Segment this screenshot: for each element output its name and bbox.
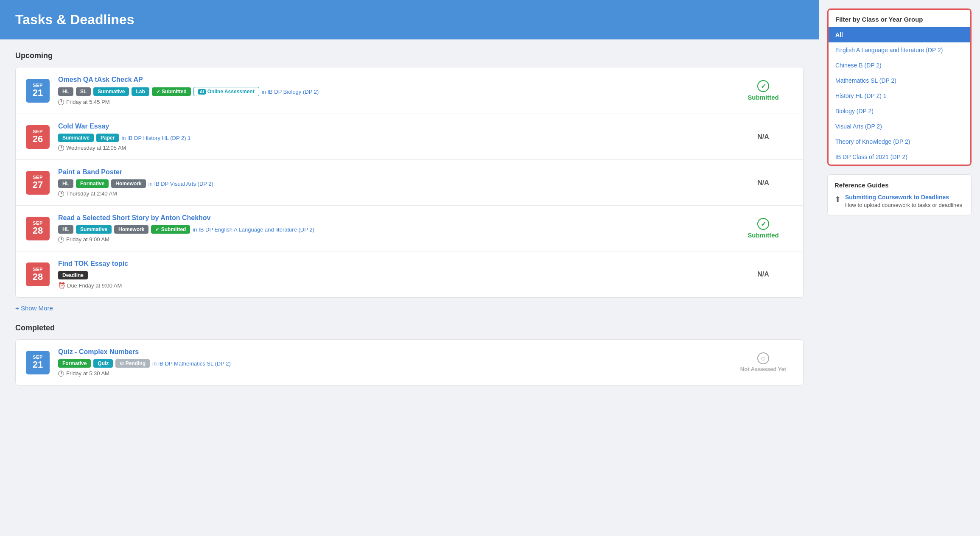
- date-badge: SEP28: [26, 262, 50, 286]
- content-body: Upcoming SEP21Omesh QA tAsk Check APHLSL…: [0, 39, 819, 404]
- ai-badge: AI: [198, 89, 206, 95]
- task-tag: SL: [76, 87, 91, 96]
- task-info: Paint a Band PosterHLFormativeHomeworkin…: [58, 168, 734, 197]
- status-label: Submitted: [748, 232, 778, 239]
- task-item: SEP21Quiz - Complex NumbersFormativeQuiz…: [16, 340, 803, 385]
- task-tag: HL: [58, 225, 73, 234]
- pending-circle-icon: ○: [757, 352, 769, 364]
- task-status: ✓Submitted: [734, 218, 793, 239]
- tags-row: FormativeQuiz⊙ Pendingin IB DP Mathemati…: [58, 359, 734, 368]
- upcoming-task-list: SEP21Omesh QA tAsk Check APHLSLSummative…: [15, 67, 804, 298]
- filter-item-6[interactable]: Visual Arts (DP 2): [829, 119, 970, 134]
- filter-item-1[interactable]: English A Language and literature (DP 2): [829, 42, 970, 58]
- filter-items-container: AllEnglish A Language and literature (DP…: [829, 27, 970, 165]
- date-day: 21: [33, 360, 43, 370]
- upload-icon: ⬆: [834, 195, 841, 204]
- filter-box: Filter by Class or Year Group AllEnglish…: [827, 8, 972, 166]
- time-row: Wednesday at 12:05 AM: [58, 145, 734, 151]
- date-badge: SEP21: [26, 351, 50, 374]
- status-label: Not Assessed Yet: [740, 366, 786, 372]
- page-title: Tasks & Deadlines: [15, 12, 804, 28]
- task-tag: Summative: [58, 134, 94, 142]
- task-info: Find TOK Essay topicDeadline⏰Due Friday …: [58, 260, 734, 289]
- task-info: Cold War EssaySummativePaperin IB DP His…: [58, 123, 734, 151]
- date-day: 28: [33, 272, 43, 282]
- task-tag: Homework: [114, 225, 148, 234]
- task-tag: HL: [58, 87, 73, 96]
- completed-task-list: SEP21Quiz - Complex NumbersFormativeQuiz…: [15, 339, 804, 385]
- clock-icon: [58, 371, 64, 377]
- clock-icon: [58, 191, 64, 197]
- task-tag: ⊙ Pending: [115, 359, 150, 368]
- time-row: Thursday at 2:40 AM: [58, 190, 734, 197]
- filter-item-2[interactable]: Chinese B (DP 2): [829, 58, 970, 73]
- filter-item-3[interactable]: Mathematics SL (DP 2): [829, 73, 970, 88]
- task-tag: HL: [58, 179, 73, 188]
- class-link[interactable]: in IB DP Biology (DP 2): [262, 89, 319, 95]
- date-badge: SEP27: [26, 171, 50, 195]
- sidebar: Filter by Class or Year Group AllEnglish…: [819, 0, 980, 536]
- task-title[interactable]: Find TOK Essay topic: [58, 260, 734, 268]
- filter-item-4[interactable]: History HL (DP 2) 1: [829, 88, 970, 103]
- reference-box: Reference Guides ⬆Submitting Coursework …: [827, 174, 972, 215]
- task-tag: Summative: [93, 87, 129, 96]
- class-link[interactable]: in IB DP History HL (DP 2) 1: [121, 135, 190, 141]
- task-tag: Formative: [76, 179, 109, 188]
- time-text: Friday at 5:45 PM: [66, 99, 110, 105]
- alarm-icon: ⏰: [58, 282, 65, 289]
- task-tag: Deadline: [58, 271, 88, 279]
- task-item: SEP21Omesh QA tAsk Check APHLSLSummative…: [16, 67, 803, 114]
- task-title[interactable]: Cold War Essay: [58, 123, 734, 130]
- reference-title: Reference Guides: [834, 181, 964, 189]
- task-info: Quiz - Complex NumbersFormativeQuiz⊙ Pen…: [58, 348, 734, 377]
- tags-row: HLFormativeHomeworkin IB DP Visual Arts …: [58, 179, 734, 188]
- date-badge: SEP26: [26, 125, 50, 149]
- class-link[interactable]: in IB DP Visual Arts (DP 2): [148, 181, 213, 187]
- task-status: ✓Submitted: [734, 80, 793, 101]
- filter-item-7[interactable]: Theory of Knowledge (DP 2): [829, 134, 970, 149]
- tags-row: HLSLSummativeLab✓ SubmittedAI Online Ass…: [58, 87, 734, 96]
- check-circle-icon: ✓: [757, 80, 769, 92]
- clock-icon: [58, 237, 64, 243]
- page-layout: Tasks & Deadlines Upcoming SEP21Omesh QA…: [0, 0, 980, 536]
- date-badge: SEP21: [26, 79, 50, 103]
- task-tag: Formative: [58, 359, 91, 368]
- task-info: Omesh QA tAsk Check APHLSLSummativeLab✓ …: [58, 76, 734, 105]
- class-link[interactable]: in IB DP English A Language and literatu…: [193, 226, 314, 233]
- show-more-button[interactable]: + Show More: [15, 304, 804, 312]
- task-tag: Paper: [96, 134, 119, 142]
- clock-icon: [58, 145, 64, 151]
- task-title[interactable]: Paint a Band Poster: [58, 168, 734, 176]
- tags-row: SummativePaperin IB DP History HL (DP 2)…: [58, 134, 734, 142]
- reference-item-0: ⬆Submitting Coursework to DeadlinesHow t…: [834, 194, 964, 208]
- time-text: Thursday at 2:40 AM: [66, 190, 117, 197]
- status-label: Submitted: [748, 94, 778, 101]
- filter-item-5[interactable]: Biology (DP 2): [829, 103, 970, 119]
- reference-link[interactable]: Submitting Coursework to Deadlines: [845, 194, 962, 201]
- task-status: N/A: [734, 179, 793, 187]
- task-tag: AI Online Assessment: [193, 87, 259, 96]
- main-content: Tasks & Deadlines Upcoming SEP21Omesh QA…: [0, 0, 819, 536]
- date-day: 21: [33, 88, 43, 98]
- header-bar: Tasks & Deadlines: [0, 0, 819, 39]
- task-status: ○Not Assessed Yet: [734, 352, 793, 372]
- task-tag: ✓ Submitted: [151, 225, 190, 234]
- task-title[interactable]: Omesh QA tAsk Check AP: [58, 76, 734, 84]
- task-status: N/A: [734, 133, 793, 141]
- filter-item-8[interactable]: IB DP Class of 2021 (DP 2): [829, 149, 970, 165]
- task-item: SEP27Paint a Band PosterHLFormativeHomew…: [16, 160, 803, 206]
- class-link[interactable]: in IB DP Mathematics SL (DP 2): [152, 360, 231, 367]
- task-title[interactable]: Read a Selected Short Story by Anton Che…: [58, 214, 734, 222]
- time-text: Wednesday at 12:05 AM: [66, 145, 126, 151]
- task-title[interactable]: Quiz - Complex Numbers: [58, 348, 734, 356]
- task-item: SEP28Find TOK Essay topicDeadline⏰Due Fr…: [16, 251, 803, 297]
- reference-item-content: Submitting Coursework to DeadlinesHow to…: [845, 194, 962, 208]
- reference-items-container: ⬆Submitting Coursework to DeadlinesHow t…: [834, 194, 964, 208]
- task-item: SEP26Cold War EssaySummativePaperin IB D…: [16, 114, 803, 160]
- filter-item-0[interactable]: All: [829, 27, 970, 42]
- reference-description: How to upload coursework to tasks or dea…: [845, 202, 962, 208]
- completed-section-title: Completed: [15, 324, 804, 332]
- task-info: Read a Selected Short Story by Anton Che…: [58, 214, 734, 243]
- time-row: Friday at 5:45 PM: [58, 99, 734, 105]
- date-day: 27: [33, 180, 43, 190]
